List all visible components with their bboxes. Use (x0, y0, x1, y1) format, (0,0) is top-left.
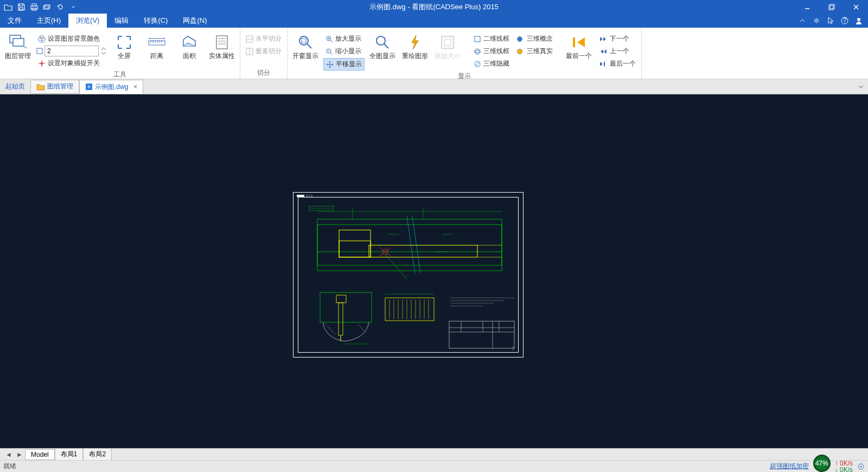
concept-3d-button[interactable]: 三维概念 (515, 33, 555, 44)
svg-point-16 (42, 37, 44, 39)
wireframe-2d-button[interactable]: 二维线框 (471, 33, 512, 44)
tab-file[interactable]: 示例图.dwg × (79, 80, 143, 94)
menu-home[interactable]: 主页(H) (29, 14, 68, 28)
tab-layout1[interactable]: 布局1 (55, 448, 84, 461)
tab-layout2[interactable]: 布局2 (83, 448, 112, 461)
real-3d-button[interactable]: 三维真实 (515, 46, 555, 57)
vsplit-icon (246, 48, 253, 55)
refresh-icon[interactable] (55, 2, 65, 12)
svg-line-90 (331, 330, 336, 335)
palette-icon (38, 35, 46, 43)
snap-icon (38, 60, 46, 67)
open-icon[interactable] (3, 2, 13, 12)
last-button[interactable]: 最后一个 (597, 58, 638, 69)
user-icon[interactable] (853, 15, 865, 27)
svg-rect-68 (339, 241, 371, 257)
first-button[interactable]: 最前一个 (564, 31, 593, 60)
area-button[interactable]: 面积 (175, 31, 204, 60)
wf2d-icon (474, 35, 481, 43)
svg-point-122 (860, 465, 862, 467)
redraw-button[interactable]: 重绘图形 (400, 31, 430, 60)
tab-scroll-right-icon[interactable]: ► (14, 451, 25, 458)
layer-manager-button[interactable]: 图层管理 (3, 31, 33, 60)
spinner-control[interactable] (36, 46, 106, 56)
zoom-in-button[interactable]: 放大显示 (323, 33, 365, 44)
cad-drawing (298, 197, 518, 352)
ribbon: 图层管理 设置图形背景颜色 设置对象捕捉开关 全屏 (0, 28, 868, 79)
snap-toggle-button[interactable]: 设置对象捕捉开关 (36, 58, 106, 69)
prev-button[interactable]: 上一个 (597, 46, 638, 57)
svg-rect-1 (32, 4, 36, 6)
real3d-label: 三维真实 (527, 47, 553, 56)
real3d-dot-icon (517, 49, 522, 54)
svg-point-54 (475, 50, 480, 53)
svg-rect-94 (336, 295, 346, 303)
zoom-window-button[interactable]: 开窗显示 (291, 31, 320, 60)
menu-convert[interactable]: 转换(C) (136, 14, 175, 28)
menu-edit[interactable]: 编辑 (107, 14, 136, 28)
spinner-buttons-icon[interactable] (100, 46, 107, 56)
svg-rect-18 (37, 48, 42, 54)
tab-scroll-left-icon[interactable]: ◄ (3, 451, 14, 458)
next-button[interactable]: 下一个 (597, 33, 638, 44)
hide3d-icon (474, 60, 481, 68)
collapse-ribbon-icon[interactable] (796, 15, 808, 27)
layout-tabs: ◄ ► Model 布局1 布局2 (0, 448, 868, 460)
svg-rect-57 (573, 37, 575, 47)
help-icon[interactable]: ? (839, 15, 851, 27)
batch-print-icon[interactable] (42, 2, 52, 12)
hsplit-button: 水平切分 (244, 33, 284, 44)
ruler-icon (148, 33, 166, 52)
properties-icon (213, 33, 231, 52)
next-icon (599, 36, 608, 42)
svg-line-39 (307, 44, 311, 48)
speed-gauge[interactable]: 47% (813, 455, 831, 472)
tab-close-icon[interactable]: × (133, 83, 137, 91)
close-button[interactable] (844, 0, 868, 14)
menu-view[interactable]: 浏览(V) (68, 14, 107, 28)
svg-rect-69 (369, 245, 477, 257)
svg-rect-6 (829, 5, 833, 10)
pan-button[interactable]: 平移显示 (323, 58, 365, 71)
zoom-out-button[interactable]: 缩小显示 (323, 46, 365, 57)
distance-button[interactable]: 距离 (142, 31, 171, 60)
encrypt-link[interactable]: 超强图纸加密 (770, 462, 809, 471)
tab-model[interactable]: Model (25, 449, 55, 460)
svg-line-49 (384, 44, 388, 48)
tab-start[interactable]: 起始页 (0, 80, 30, 94)
minimize-button[interactable] (795, 0, 819, 14)
tabs-dropdown-icon[interactable] (854, 85, 868, 89)
hide-3d-button[interactable]: 三维隐藏 (471, 58, 512, 69)
spinner-input[interactable] (44, 46, 99, 56)
orig-size-button[interactable]: 原始大小 (433, 31, 462, 60)
svg-point-48 (376, 36, 385, 45)
wireframe-3d-button[interactable]: 三维线框 (471, 46, 512, 57)
bg-color-button[interactable]: 设置图形背景颜色 (36, 33, 106, 44)
status-text: 就绪 (3, 462, 16, 471)
zoom-all-button[interactable]: 全图显示 (368, 31, 397, 60)
svg-rect-50 (442, 36, 454, 48)
svg-rect-30 (216, 36, 227, 49)
tab-folder[interactable]: 图纸管理 (30, 80, 79, 94)
menu-cloud[interactable]: 网盘(N) (175, 14, 214, 28)
cursor-icon[interactable] (825, 15, 837, 27)
net-settings-icon[interactable] (857, 463, 865, 470)
svg-rect-51 (444, 39, 451, 46)
fullscreen-button[interactable]: 全屏 (110, 31, 139, 60)
save-icon[interactable] (16, 2, 26, 12)
svg-text:?: ? (843, 17, 847, 24)
menu-bar: 文件 主页(H) 浏览(V) 编辑 转换(C) 网盘(N) ? (0, 14, 868, 28)
area-icon (180, 33, 199, 52)
pan-icon (326, 61, 334, 68)
entity-props-button[interactable]: 实体属性 (207, 31, 237, 60)
maximize-button[interactable] (819, 0, 844, 14)
settings-icon[interactable] (810, 15, 822, 27)
menu-file[interactable]: 文件 (0, 14, 29, 28)
last-label: 最后一个 (610, 59, 636, 68)
zoom-all-icon (373, 33, 392, 52)
drawing-canvas[interactable] (0, 94, 868, 448)
qat-dropdown-icon[interactable] (68, 2, 78, 12)
svg-rect-98 (385, 298, 434, 321)
svg-rect-52 (475, 36, 480, 42)
print-icon[interactable] (29, 2, 39, 12)
